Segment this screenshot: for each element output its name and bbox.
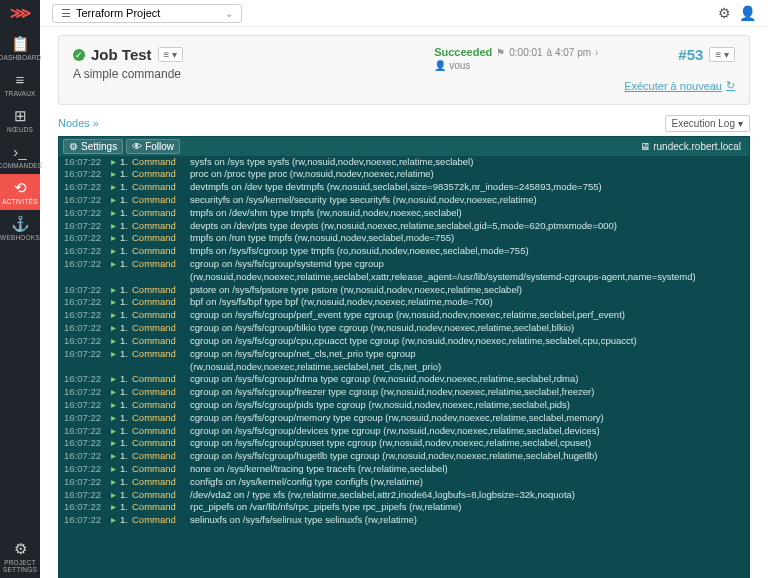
log-line: 16:07:22▸1.Commandsecurityfs on /sys/ker… [59,194,749,207]
log-step: 1. [120,501,132,514]
log-line: 16:07:22▸1.Commandcgroup on /sys/fs/cgro… [59,373,749,386]
settings-icon[interactable]: ⚙ [718,5,731,21]
log-timestamp: 16:07:22 [64,181,111,194]
log-command-label: Command [132,501,182,514]
log-arrow-icon: ▸ [111,168,120,181]
log-arrow-icon: ▸ [111,476,120,489]
sidebar-item-label: COMMANDES [0,162,42,169]
log-step: 1. [120,181,132,194]
log-text: devtmpfs on /dev type devtmpfs (rw,nosui… [182,181,744,194]
log-step: 1. [120,399,132,412]
log-line: 16:07:22▸1.Commandtmpfs on /sys/fs/cgrou… [59,245,749,258]
log-timestamp: 16:07:22 [64,476,111,489]
log-step: 1. [120,437,132,450]
log-step: 1. [120,463,132,476]
refresh-icon: ↻ [726,79,735,92]
log-text: none on /sys/kernel/tracing type tracefs… [182,463,744,476]
sidebar-item-commandes[interactable]: ›_COMMANDES [0,138,40,174]
log-command-label: Command [132,476,182,489]
log-arrow-icon: ▸ [111,373,120,386]
log-text: cgroup on /sys/fs/cgroup/blkio type cgro… [182,322,744,335]
run-again-link[interactable]: Exécuter à nouveau ↻ [624,79,735,92]
log-text: tmpfs on /dev/shm type tmpfs (rw,nosuid,… [182,207,744,220]
log-line: 16:07:22▸1.Commanddevpts on /dev/pts typ… [59,220,749,233]
log-arrow-icon: ▸ [111,322,120,335]
log-follow-button[interactable]: 👁 Follow [126,139,180,154]
sidebar-item-project-settings[interactable]: ⚙ PROJECT SETTINGS [0,535,40,578]
travaux-icon: ≡ [16,72,25,87]
job-actions-button[interactable]: ≡ ▾ [158,47,184,62]
log-line: 16:07:22▸1.Commandcgroup on /sys/fs/cgro… [59,258,749,271]
log-command-label: Command [132,335,182,348]
log-step: 1. [120,450,132,463]
nodes-link[interactable]: Nodes » [58,117,99,129]
log-line: (rw,nosuid,nodev,noexec,relatime,seclabe… [59,271,749,284]
log-step: 1. [120,296,132,309]
sidebar-item-label: DASHBOARD [0,54,42,61]
eye-icon: 👁 [132,141,142,152]
status-badge: Succeeded [434,46,492,58]
log-text: rpc_pipefs on /var/lib/nfs/rpc_pipefs ty… [182,501,744,514]
log-command-label: Command [132,284,182,297]
sidebar-item-label: NŒUDS [7,126,33,133]
log-timestamp: 16:07:22 [64,309,111,322]
log-text: /dev/vda2 on / type xfs (rw,relatime,sec… [182,489,744,502]
log-timestamp: 16:07:22 [64,425,111,438]
log-line: 16:07:22▸1.Commandnone on /sys/kernel/tr… [59,463,749,476]
log-command-label: Command [132,258,182,271]
log-timestamp: 16:07:22 [64,412,111,425]
topbar: ☰ Terraform Project ⌄ ⚙ 👤 [40,0,768,27]
execution-actions-button[interactable]: ≡ ▾ [709,47,735,62]
log-line: 16:07:22▸1.Commandcgroup on /sys/fs/cgro… [59,309,749,322]
execution-log-selector[interactable]: Execution Log ▾ [665,115,750,132]
log-command-label: Command [132,450,182,463]
execution-summary-card: ✓ Job Test ≡ ▾ A simple commande Succeed… [58,35,750,105]
log-timestamp: 16:07:22 [64,194,111,207]
log-text: (rw,nosuid,nodev,noexec,relatime,seclabe… [182,361,744,374]
project-selector[interactable]: ☰ Terraform Project ⌄ [52,4,242,23]
log-arrow-icon: ▸ [111,437,120,450]
log-timestamp: 16:07:22 [64,450,111,463]
log-step: 1. [120,194,132,207]
log-arrow-icon: ▸ [111,156,120,169]
log-line: 16:07:22▸1.Commandrpc_pipefs on /var/lib… [59,501,749,514]
log-command-label: Command [132,386,182,399]
log-settings-button[interactable]: ⚙ Settings [63,139,123,154]
log-step: 1. [120,245,132,258]
log-command-label: Command [132,296,182,309]
log-command-label: Command [132,373,182,386]
noeuds-icon: ⊞ [14,108,27,123]
log-line: 16:07:22▸1.Commandsysfs on /sys type sys… [59,156,749,169]
caret-down-icon: ▾ [738,118,743,129]
log-command-label: Command [132,489,182,502]
sidebar-item-travaux[interactable]: ≡TRAVAUX [0,66,40,102]
log-command-label: Command [132,463,182,476]
user-label: vous [449,60,470,71]
log-step: 1. [120,476,132,489]
log-command-label: Command [132,207,182,220]
log-line: 16:07:22▸1.Commanddevtmpfs on /dev type … [59,181,749,194]
log-body[interactable]: 16:07:22▸1.Commandsysfs on /sys type sys… [59,156,749,578]
log-arrow-icon: ▸ [111,232,120,245]
log-line: (rw,nosuid,nodev,noexec,relatime,seclabe… [59,361,749,374]
log-arrow-icon: ▸ [111,194,120,207]
sidebar-item-noeuds[interactable]: ⊞NŒUDS [0,102,40,138]
log-step: 1. [120,373,132,386]
log-step: 1. [120,168,132,181]
log-command-label: Command [132,181,182,194]
log-line: 16:07:22▸1.Commandtmpfs on /run type tmp… [59,232,749,245]
log-arrow-icon: ▸ [111,284,120,297]
log-arrow-icon: ▸ [111,501,120,514]
sidebar-item-activites[interactable]: ⟲ACTIVITÉS [0,174,40,210]
log-arrow-icon: ▸ [111,399,120,412]
log-line: 16:07:22▸1.Commandconfigfs on /sys/kerne… [59,476,749,489]
log-timestamp: 16:07:22 [64,489,111,502]
sidebar-item-webhooks[interactable]: ⚓WEBHOOKS [0,210,40,246]
log-step: 1. [120,412,132,425]
log-arrow-icon: ▸ [111,450,120,463]
log-arrow-icon: ▸ [111,296,120,309]
log-arrow-icon: ▸ [111,207,120,220]
sidebar-item-dashboard[interactable]: 📋DASHBOARD [0,30,40,66]
user-icon[interactable]: 👤 [739,5,756,21]
sidebar: ⋙ 📋DASHBOARD≡TRAVAUX⊞NŒUDS›_COMMANDES⟲AC… [0,0,40,578]
